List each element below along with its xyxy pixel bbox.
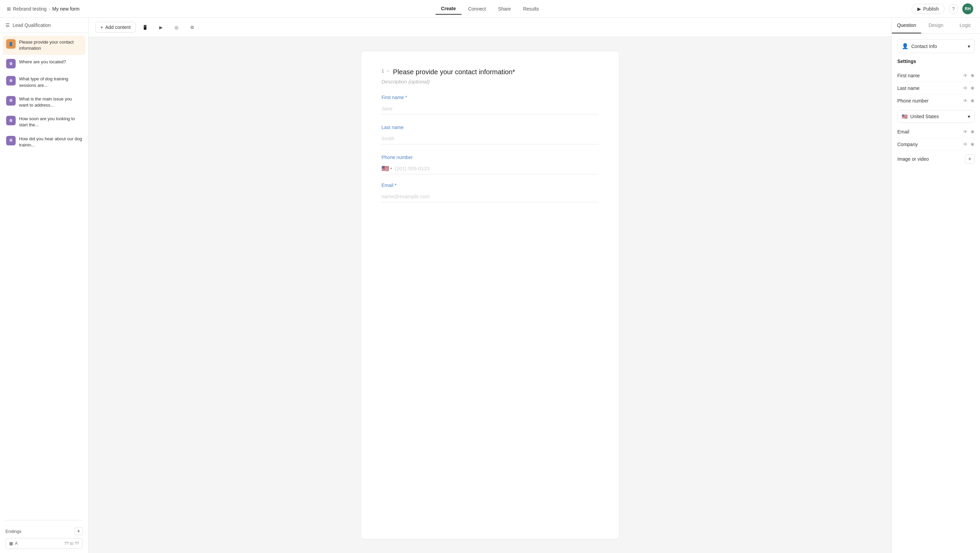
contact-info-selector[interactable]: 👤 Contact Info ▾ <box>897 39 975 53</box>
phone-input[interactable] <box>395 163 598 174</box>
play-icon: ▶ <box>917 6 921 11</box>
phone-section: Phone number 🇺🇸 ▾ <box>382 155 598 174</box>
sidebar-item-3[interactable]: ⚙ What type of dog training sessions are… <box>3 73 86 92</box>
setting-controls-lastname: 👁 ✱ <box>963 86 975 91</box>
phone-chevron-icon: ▾ <box>390 167 392 170</box>
sidebar-item-2[interactable]: ⚙ Where are you located? <box>3 56 86 72</box>
setting-label-lastname: Last name <box>897 86 920 91</box>
top-nav: ⊞ Rebrand testing › My new form Create C… <box>0 0 980 18</box>
main-content: + Add content 📱 ▶ ◎ ⚙ 1 → <box>89 18 891 553</box>
publish-button[interactable]: ▶ Publish <box>912 4 945 14</box>
first-name-section: First name * <box>382 95 598 123</box>
sidebar: ☰ Lead Qualification 👤 Please provide yo… <box>0 18 89 553</box>
item-text-4: What is the main issue you want to addre… <box>19 96 82 108</box>
tab-results[interactable]: Results <box>517 3 544 14</box>
ending-item[interactable]: ▦ A ?? to ?? <box>5 538 83 549</box>
phone-field: 🇺🇸 ▾ <box>382 163 598 174</box>
arrow-icon: → <box>385 68 390 73</box>
mobile-preview-button[interactable]: 📱 <box>139 21 151 33</box>
app-name[interactable]: Rebrand testing <box>13 6 47 11</box>
grid-icon: ⊞ <box>7 6 11 11</box>
setting-label-phone: Phone number <box>897 98 929 104</box>
setting-controls-phone: 👁 ✱ <box>963 98 975 104</box>
email-label: Email * <box>382 183 598 188</box>
ending-range: ?? to ?? <box>64 541 79 546</box>
contact-info-label: Contact Info <box>911 44 937 49</box>
add-content-label: Add content <box>105 24 130 30</box>
toolbar: + Add content 📱 ▶ ◎ ⚙ <box>89 18 891 37</box>
item-text-5: How soon are you looking to start the... <box>19 116 82 128</box>
asterisk-icon-lastname[interactable]: ✱ <box>970 86 975 91</box>
eye-icon-company[interactable]: 👁 <box>963 142 968 147</box>
tab-create[interactable]: Create <box>436 3 461 14</box>
add-ending-button[interactable]: + <box>75 527 83 535</box>
contact-icon: 👤 <box>902 43 908 49</box>
setting-label-firstname: First name <box>897 73 920 78</box>
eye-icon-firstname[interactable]: 👁 <box>963 73 968 78</box>
sidebar-divider <box>5 520 83 520</box>
dropdown-chevron-icon: ▾ <box>968 44 970 49</box>
app-layout: ☰ Lead Qualification 👤 Please provide yo… <box>0 18 980 553</box>
question-header: 1 → Please provide your contact informat… <box>382 68 598 76</box>
share-preview-button[interactable]: ◎ <box>170 21 183 33</box>
item-badge-6: ⚙ <box>6 136 16 145</box>
sidebar-title: Lead Qualification <box>13 22 51 28</box>
last-name-input[interactable] <box>382 133 598 144</box>
endings-label: Endings <box>5 529 21 534</box>
badge-icon-6: ⚙ <box>9 138 13 143</box>
setting-row-lastname: Last name 👁 ✱ <box>897 82 975 95</box>
sidebar-item-1[interactable]: 👤 Please provide your contact informatio… <box>3 36 86 55</box>
question-description[interactable]: Description (optional) <box>382 79 598 84</box>
image-add-button[interactable]: + <box>965 154 975 164</box>
phone-country-dropdown[interactable]: 🇺🇸 United States ▾ <box>897 110 975 123</box>
asterisk-icon-email[interactable]: ✱ <box>970 129 975 134</box>
setting-controls-company: 👁 ✱ <box>963 142 975 147</box>
ending-text: A <box>15 541 18 546</box>
tab-connect[interactable]: Connect <box>463 3 492 14</box>
phone-country-selector[interactable]: 🇺🇸 ▾ <box>382 165 395 172</box>
country-name: United States <box>910 114 939 119</box>
country-flag-icon: 🇺🇸 <box>902 114 907 119</box>
avatar[interactable]: RH <box>962 3 973 14</box>
settings-button[interactable]: ⚙ <box>186 21 198 33</box>
help-icon[interactable]: ? <box>949 4 958 14</box>
nav-center-tabs: Create Connect Share Results <box>436 3 544 14</box>
first-name-input[interactable] <box>382 103 598 115</box>
canvas-area: 1 → Please provide your contact informat… <box>89 37 891 553</box>
email-input[interactable] <box>382 191 598 202</box>
play-preview-button[interactable]: ▶ <box>155 21 167 33</box>
asterisk-icon-phone[interactable]: ✱ <box>970 98 975 104</box>
image-video-row: Image or video + <box>897 151 975 167</box>
eye-icon-lastname[interactable]: 👁 <box>963 86 968 91</box>
tab-design[interactable]: Design <box>921 18 950 33</box>
sidebar-item-6[interactable]: ⚙ How did you hear about our dog trainin… <box>3 132 86 151</box>
nav-right: ▶ Publish ? RH <box>912 3 973 14</box>
add-content-button[interactable]: + Add content <box>95 22 136 33</box>
eye-icon-phone[interactable]: 👁 <box>963 98 968 104</box>
breadcrumb-chevron: › <box>49 6 50 11</box>
setting-row-email: Email 👁 ✱ <box>897 126 975 138</box>
asterisk-icon-company[interactable]: ✱ <box>970 142 975 147</box>
setting-label-email: Email <box>897 129 909 134</box>
asterisk-icon-firstname[interactable]: ✱ <box>970 73 975 78</box>
eye-icon-email[interactable]: 👁 <box>963 129 968 134</box>
endings-header: Endings + <box>5 527 83 535</box>
tab-question[interactable]: Question <box>892 18 921 33</box>
item-badge-4: ⚙ <box>6 96 16 105</box>
tab-share[interactable]: Share <box>493 3 516 14</box>
flag-icon: 🇺🇸 <box>382 165 389 172</box>
sidebar-item-5[interactable]: ⚙ How soon are you looking to start the.… <box>3 112 86 131</box>
last-name-section: Last name <box>382 124 598 153</box>
item-badge-2: ⚙ <box>6 59 16 69</box>
plus-icon: + <box>100 24 103 30</box>
question-title: Please provide your contact information* <box>393 68 515 76</box>
setting-controls-firstname: 👁 ✱ <box>963 73 975 78</box>
badge-icon-4: ⚙ <box>9 99 13 103</box>
item-text-3: What type of dog training sessions are..… <box>19 76 82 88</box>
setting-row-company: Company 👁 ✱ <box>897 138 975 151</box>
item-text-2: Where are you located? <box>19 59 66 65</box>
setting-label-company: Company <box>897 142 918 147</box>
sidebar-item-4[interactable]: ⚙ What is the main issue you want to add… <box>3 92 86 112</box>
item-badge-3: ⚙ <box>6 76 16 86</box>
tab-logic[interactable]: Logic <box>951 18 980 33</box>
